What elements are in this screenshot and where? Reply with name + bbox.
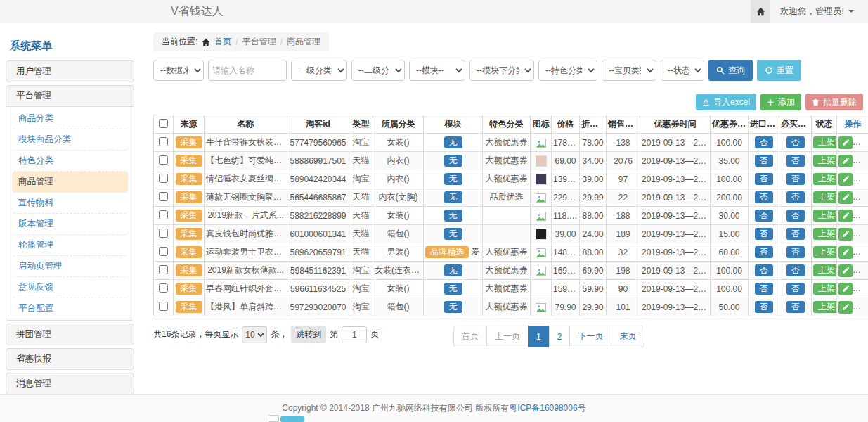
batch-delete-button[interactable]: 批量删除 [805,94,863,110]
page-button-末页[interactable]: 末页 [611,326,644,347]
must-buy-toggle[interactable]: 否 [786,246,805,258]
column-header: 图标 [531,115,552,134]
imported-toggle[interactable]: 否 [755,136,773,148]
sidebar-group-heading[interactable]: 拼团管理 [6,324,134,345]
search-button[interactable]: 查询 [708,60,753,81]
imported-toggle[interactable]: 否 [755,264,773,276]
imported-toggle[interactable]: 否 [755,155,773,167]
imported-toggle[interactable]: 否 [755,246,773,258]
item-type-select[interactable]: --宝贝类型-- [602,60,656,81]
edit-button[interactable] [838,283,853,295]
per-page-select[interactable]: 10 [242,326,267,343]
must-buy-toggle[interactable]: 否 [786,228,805,240]
must-buy-toggle[interactable]: 否 [786,301,805,313]
imported-toggle[interactable]: 否 [755,228,773,240]
sidebar-item[interactable]: 模块商品分类 [12,129,128,151]
row-checkbox[interactable] [159,302,168,311]
category-cell: 女装() [373,207,424,225]
edit-button[interactable] [838,264,853,277]
data-source-select[interactable]: --数据来源-- [153,60,204,81]
name-input[interactable] [208,60,287,81]
sidebar-group-heading[interactable]: 消息管理 [6,373,134,394]
jump-button[interactable]: 跳转到 [291,326,326,343]
must-buy-toggle[interactable]: 否 [786,155,805,167]
page-button-上一页[interactable]: 上一页 [486,326,529,347]
imported-toggle[interactable]: 否 [755,191,773,203]
status-badge[interactable]: 上架 [813,173,837,185]
status-badge[interactable]: 上架 [813,155,837,167]
edit-button[interactable] [838,191,853,204]
status-badge[interactable]: 上架 [813,191,837,203]
sidebar-item[interactable]: 轮播管理 [12,235,128,256]
status-select[interactable]: --状态-- [661,60,704,81]
edit-button[interactable] [838,301,853,314]
sidebar-item[interactable]: 宣传物料 [12,193,128,214]
row-checkbox[interactable] [159,229,168,238]
imported-toggle[interactable]: 否 [755,301,773,313]
sidebar-item[interactable]: 特色分类 [12,151,128,172]
status-badge[interactable]: 上架 [813,283,837,295]
row-checkbox[interactable] [159,155,168,165]
reset-button[interactable]: 重置 [757,60,801,81]
module-value: 无 [444,264,462,276]
page-button-2[interactable]: 2 [549,326,571,347]
page-number-input[interactable] [342,326,367,343]
icp-link[interactable]: 粤ICP备16098006号 [509,402,585,414]
sidebar-item[interactable]: 版本管理 [12,214,128,235]
sidebar-item[interactable]: 启动页管理 [12,256,128,277]
edit-button[interactable] [838,228,853,241]
imported-toggle[interactable]: 否 [755,173,773,185]
status-badge[interactable]: 上架 [813,210,837,222]
row-checkbox[interactable] [159,174,168,183]
add-button[interactable]: 添加 [760,94,801,110]
import-excel-button[interactable]: 导入excel [696,94,756,110]
row-checkbox[interactable] [159,210,168,219]
sidebar-item[interactable]: 意见反馈 [12,277,128,298]
home-button[interactable] [751,0,770,23]
status-badge[interactable]: 上架 [813,246,837,258]
must-buy-toggle[interactable]: 否 [786,210,805,222]
status-badge[interactable]: 上架 [813,301,837,313]
row-checkbox[interactable] [159,283,168,293]
status-badge[interactable]: 上架 [813,228,837,240]
sidebar-group-heading[interactable]: 省惠快报 [6,349,134,369]
page-button-下一页[interactable]: 下一页 [569,326,611,347]
module-select[interactable]: --模块-- [409,60,465,81]
row-checkbox[interactable] [159,137,168,146]
sidebar-item[interactable]: 平台配置 [12,298,128,319]
clipped-widget-blue [280,416,304,422]
page-button-1[interactable]: 1 [528,326,550,347]
edit-button[interactable] [838,246,853,259]
name-cell: 运动套装男士卫衣初秋... [205,243,287,262]
level1-category-select[interactable]: 一级分类 [291,60,347,81]
row-checkbox[interactable] [159,265,168,274]
module-subcategory-select[interactable]: --模块下分类-- [469,60,534,81]
edit-button[interactable] [838,155,853,167]
edit-button[interactable] [838,136,853,149]
feature-category-select[interactable]: --特色分类-- [538,60,597,81]
must-buy-toggle[interactable]: 否 [786,136,805,148]
level2-category-select[interactable]: --二级分类-- [351,60,405,81]
must-buy-toggle[interactable]: 否 [786,191,805,203]
sidebar-item[interactable]: 商品分类 [12,108,128,129]
column-header: 类型 [349,115,373,134]
sidebar-group-heading[interactable]: 平台管理 [6,86,134,106]
icon-cell [531,262,552,280]
edit-button[interactable] [838,210,853,222]
status-badge[interactable]: 上架 [813,136,837,148]
user-menu[interactable]: 欢迎您，管理员! [770,0,868,23]
must-buy-toggle[interactable]: 否 [786,264,805,276]
breadcrumb-home-link[interactable]: 首页 [214,36,231,48]
must-buy-toggle[interactable]: 否 [786,283,805,295]
sidebar-item[interactable]: 商品管理 [12,172,128,193]
select-all-checkbox[interactable] [159,119,168,128]
status-badge[interactable]: 上架 [813,264,837,276]
imported-toggle[interactable]: 否 [755,210,773,222]
edit-button[interactable] [838,173,853,186]
must-buy-toggle[interactable]: 否 [786,173,805,185]
imported-toggle[interactable]: 否 [755,283,773,295]
row-checkbox[interactable] [159,247,168,256]
sidebar-group-heading[interactable]: 用户管理 [6,61,134,82]
row-checkbox[interactable] [159,192,168,201]
page-button-首页[interactable]: 首页 [453,326,487,347]
